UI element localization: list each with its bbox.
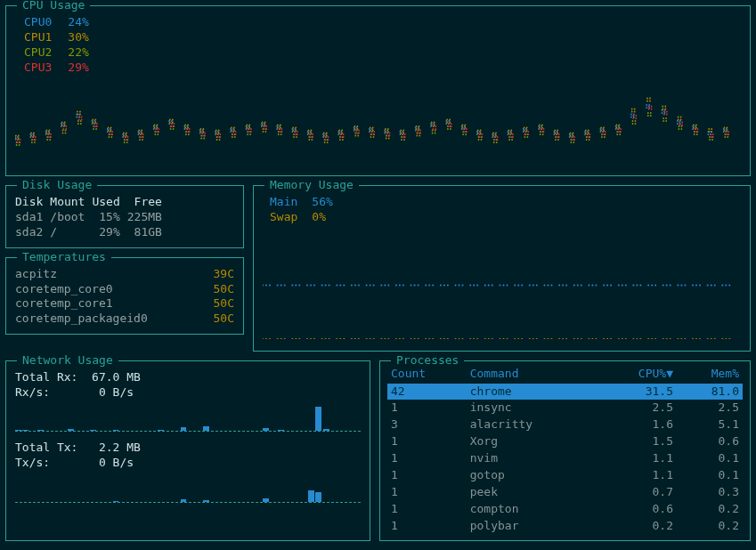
disk-col-disk: Disk bbox=[15, 195, 50, 210]
svg-point-245 bbox=[231, 129, 232, 131]
svg-point-861 bbox=[325, 338, 327, 339]
svg-point-786 bbox=[428, 284, 430, 286]
svg-point-368 bbox=[708, 128, 710, 130]
svg-point-793 bbox=[462, 284, 464, 286]
process-row[interactable]: 1compton0.60.2 bbox=[387, 501, 743, 518]
svg-point-397 bbox=[93, 128, 94, 130]
svg-point-275 bbox=[341, 132, 343, 133]
svg-point-902 bbox=[529, 338, 531, 339]
svg-point-263 bbox=[295, 129, 297, 131]
svg-point-471 bbox=[373, 136, 375, 138]
svg-point-765 bbox=[325, 284, 327, 286]
svg-point-273 bbox=[338, 132, 340, 133]
svg-point-326 bbox=[541, 124, 543, 125]
svg-point-787 bbox=[432, 284, 434, 286]
svg-point-296 bbox=[431, 121, 433, 123]
cpu-sparkline bbox=[15, 81, 741, 166]
svg-point-227 bbox=[157, 126, 159, 128]
svg-point-844 bbox=[714, 284, 716, 286]
svg-point-431 bbox=[219, 139, 221, 141]
svg-point-209 bbox=[92, 121, 93, 123]
disk-usage-panel: Disk Usage Disk Mount Used Free sda1/boo… bbox=[5, 185, 244, 248]
svg-point-708 bbox=[571, 136, 573, 138]
svg-point-314 bbox=[495, 132, 497, 133]
mem-value-1: 0% bbox=[312, 210, 332, 225]
svg-point-724 bbox=[632, 115, 634, 117]
svg-point-542 bbox=[650, 112, 652, 114]
svg-point-244 bbox=[231, 126, 232, 128]
svg-point-570 bbox=[35, 136, 37, 138]
svg-point-646 bbox=[328, 136, 329, 138]
svg-point-193 bbox=[30, 134, 32, 136]
svg-point-290 bbox=[402, 129, 404, 131]
svg-point-181 bbox=[708, 133, 710, 135]
svg-point-783 bbox=[414, 284, 416, 286]
svg-point-421 bbox=[185, 133, 187, 135]
svg-point-610 bbox=[189, 128, 191, 130]
svg-point-670 bbox=[419, 129, 421, 131]
svg-point-423 bbox=[188, 133, 190, 135]
proc-col-command[interactable]: Command bbox=[467, 367, 598, 384]
temperatures-panel: Temperatures acpitz39Ccoretemp_core050Cc… bbox=[5, 257, 244, 336]
proc-col-mem[interactable]: Mem% bbox=[677, 367, 743, 384]
svg-point-287 bbox=[387, 131, 389, 133]
process-row[interactable]: 1nvim1.10.1 bbox=[387, 450, 743, 467]
svg-point-874 bbox=[387, 338, 389, 339]
svg-point-298 bbox=[434, 121, 435, 123]
svg-point-850 bbox=[269, 338, 271, 339]
svg-point-240 bbox=[215, 129, 217, 131]
svg-point-769 bbox=[343, 284, 345, 286]
svg-point-811 bbox=[551, 284, 553, 286]
svg-point-523 bbox=[573, 142, 574, 143]
svg-point-619 bbox=[219, 136, 221, 138]
svg-point-543 bbox=[650, 115, 652, 117]
svg-point-603 bbox=[158, 131, 159, 133]
svg-point-695 bbox=[512, 136, 514, 138]
proc-col-cpu[interactable]: CPU%▼ bbox=[597, 367, 677, 384]
svg-point-654 bbox=[358, 129, 360, 131]
process-table[interactable]: Count Command CPU%▼ Mem% 42chrome31.581.… bbox=[387, 367, 743, 535]
process-row[interactable]: 1peek0.70.3 bbox=[387, 484, 743, 501]
svg-point-584 bbox=[93, 123, 95, 125]
svg-point-616 bbox=[216, 133, 218, 135]
process-row[interactable]: 1insync2.52.5 bbox=[387, 400, 743, 417]
svg-point-656 bbox=[370, 131, 372, 133]
svg-point-455 bbox=[311, 139, 313, 141]
svg-point-889 bbox=[462, 338, 464, 339]
svg-point-870 bbox=[370, 338, 371, 339]
svg-point-726 bbox=[635, 115, 637, 117]
proc-col-count[interactable]: Count bbox=[387, 367, 467, 384]
process-row[interactable]: 1Xorg1.50.6 bbox=[387, 433, 743, 450]
process-row[interactable]: 1gotop1.10.1 bbox=[387, 467, 743, 484]
svg-point-622 bbox=[235, 131, 237, 133]
svg-point-160 bbox=[630, 113, 632, 115]
svg-point-573 bbox=[47, 136, 49, 138]
cpu-value-1: 30% bbox=[68, 30, 88, 45]
svg-point-503 bbox=[496, 142, 498, 143]
svg-point-918 bbox=[606, 338, 608, 339]
svg-point-905 bbox=[544, 338, 546, 339]
svg-point-413 bbox=[154, 133, 156, 135]
svg-point-485 bbox=[432, 132, 434, 133]
svg-point-658 bbox=[373, 131, 375, 133]
svg-point-334 bbox=[573, 132, 574, 133]
process-row[interactable]: 3alacritty1.65.1 bbox=[387, 417, 743, 433]
svg-point-664 bbox=[402, 133, 403, 135]
svg-point-582 bbox=[81, 116, 83, 117]
svg-point-887 bbox=[455, 338, 457, 339]
svg-point-831 bbox=[651, 284, 653, 286]
svg-point-801 bbox=[503, 284, 505, 286]
svg-point-338 bbox=[588, 129, 589, 131]
svg-point-279 bbox=[357, 128, 359, 130]
svg-point-463 bbox=[342, 139, 344, 141]
svg-point-385 bbox=[46, 139, 48, 141]
svg-point-776 bbox=[380, 284, 382, 286]
process-row[interactable]: 42chrome31.581.0 bbox=[387, 384, 743, 400]
svg-point-165 bbox=[646, 107, 647, 109]
svg-point-481 bbox=[416, 134, 418, 136]
process-row[interactable]: 1polybar0.20.2 bbox=[387, 518, 743, 535]
svg-point-824 bbox=[618, 284, 620, 286]
svg-point-919 bbox=[610, 338, 612, 339]
svg-point-593 bbox=[125, 139, 126, 141]
svg-point-804 bbox=[517, 284, 519, 286]
